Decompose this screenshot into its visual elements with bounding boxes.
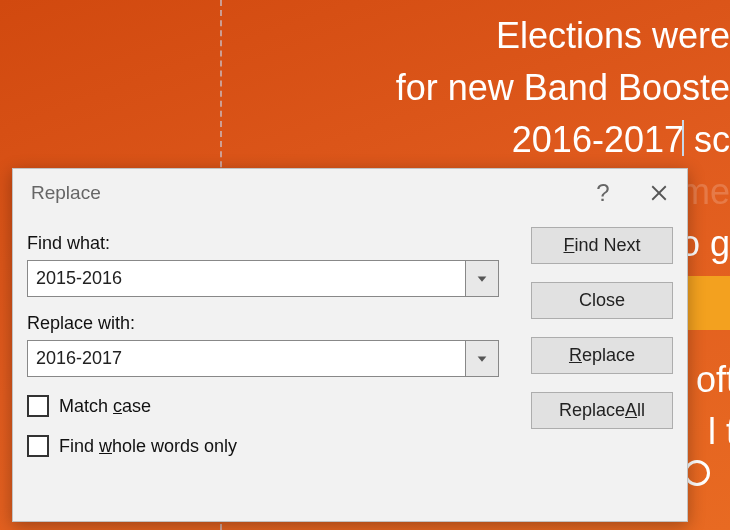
find-what-dropdown[interactable] (465, 260, 499, 297)
find-next-button[interactable]: Find Next (531, 227, 673, 264)
dialog-titlebar[interactable]: Replace ? (13, 169, 687, 217)
find-what-label: Find what: (27, 233, 507, 254)
help-icon: ? (596, 179, 609, 207)
chevron-down-icon (475, 272, 489, 286)
find-what-input[interactable] (27, 260, 465, 297)
slide-line-1: Elections were (0, 10, 730, 62)
close-dialog-button[interactable]: Close (531, 282, 673, 319)
match-case-checkbox[interactable]: Match case (27, 395, 507, 417)
replace-with-label: Replace with: (27, 313, 507, 334)
whole-words-checkbox[interactable]: Find whole words only (27, 435, 507, 457)
side-line-2: l t (696, 406, 730, 458)
replace-dialog: Replace ? Find what: Replace with: (12, 168, 688, 522)
side-text-block: oft l t (696, 354, 730, 458)
replace-all-button[interactable]: Replace All (531, 392, 673, 429)
dialog-title: Replace (31, 182, 101, 204)
replace-button[interactable]: Replace (531, 337, 673, 374)
accent-bar (685, 276, 730, 330)
checkbox-icon (27, 435, 49, 457)
checkbox-icon (27, 395, 49, 417)
replace-with-combo (27, 340, 499, 377)
close-icon (650, 184, 668, 202)
replace-with-input[interactable] (27, 340, 465, 377)
match-case-label: Match case (59, 396, 151, 417)
slide-line-3b: sc (684, 119, 730, 160)
replace-with-dropdown[interactable] (465, 340, 499, 377)
close-button[interactable] (631, 169, 687, 217)
find-what-combo (27, 260, 499, 297)
help-button[interactable]: ? (575, 169, 631, 217)
whole-words-label: Find whole words only (59, 436, 237, 457)
chevron-down-icon (475, 352, 489, 366)
slide-line-2: for new Band Booste (0, 62, 730, 114)
slide-line-3: 2016-2017 sc (0, 114, 730, 166)
side-line-1: oft (696, 354, 730, 406)
slide-line-3a: 2016-2017 (512, 119, 684, 160)
